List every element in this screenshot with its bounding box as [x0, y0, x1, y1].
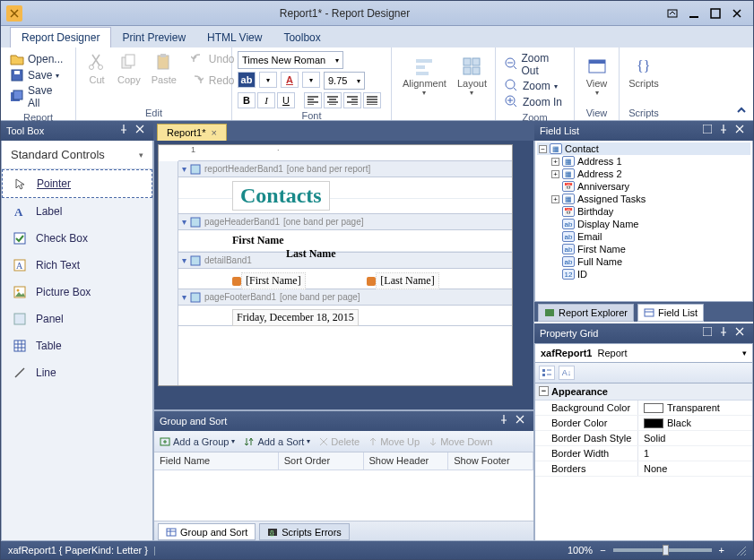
- tab-report-designer[interactable]: Report Designer: [10, 27, 111, 47]
- align-justify-button[interactable]: [363, 92, 381, 108]
- collapse-icon[interactable]: ▾: [182, 164, 186, 174]
- zoom-in-button[interactable]: Zoom In: [501, 94, 568, 110]
- tab-scripts-errors[interactable]: {}Scripts Errors: [259, 523, 350, 540]
- pg-pin-icon[interactable]: [719, 327, 732, 340]
- prop-border-dash-style[interactable]: Border Dash StyleSolid: [535, 431, 752, 446]
- tab-field-list[interactable]: Field List: [637, 304, 704, 322]
- collapse-icon[interactable]: ▾: [182, 255, 186, 265]
- align-left-button[interactable]: [304, 92, 322, 108]
- font-color-button[interactable]: A: [281, 72, 299, 88]
- prop-background-color[interactable]: Background ColorTransparent: [535, 401, 752, 416]
- close-button[interactable]: [727, 5, 747, 22]
- ribbon-collapse-icon[interactable]: [735, 104, 748, 116]
- prop-border-width[interactable]: Border Width1: [535, 446, 752, 461]
- maximize-button[interactable]: [706, 5, 725, 22]
- highlight-color-dropdown[interactable]: ▾: [259, 72, 277, 88]
- tool-table[interactable]: Table: [2, 332, 152, 359]
- tool-line[interactable]: Line: [2, 359, 152, 386]
- prop-value[interactable]: 1: [638, 446, 752, 461]
- prop-value[interactable]: Black: [638, 416, 752, 430]
- align-center-button[interactable]: [324, 92, 342, 108]
- prop-border-color[interactable]: Border ColorBlack: [535, 416, 752, 431]
- gs-pin-icon[interactable]: [499, 415, 512, 427]
- gs-col-order[interactable]: Sort Order: [279, 452, 364, 470]
- field-display-name[interactable]: abDisplay Name: [537, 218, 750, 230]
- col-firstname[interactable]: First Name: [232, 234, 358, 247]
- zoom-out-button[interactable]: Zoom Out: [501, 51, 568, 78]
- zoom-plus-icon[interactable]: +: [719, 545, 724, 556]
- add-group-button[interactable]: Add a Group ▾: [160, 436, 235, 447]
- fl-pin-icon[interactable]: [719, 125, 732, 137]
- save-all-button[interactable]: Save All: [6, 83, 70, 110]
- col-lastname[interactable]: Last Name: [286, 247, 412, 261]
- add-sort-button[interactable]: Add a Sort ▾: [244, 436, 310, 447]
- expander-icon[interactable]: +: [551, 195, 559, 203]
- copy-button[interactable]: Copy: [112, 51, 146, 89]
- gs-col-header[interactable]: Show Header: [364, 452, 449, 470]
- field-id[interactable]: 12ID: [537, 268, 750, 280]
- minimize-button[interactable]: [684, 5, 704, 22]
- tool-label[interactable]: ALabel: [2, 198, 152, 225]
- tab-print-preview[interactable]: Print Preview: [111, 28, 196, 47]
- gs-col-footer[interactable]: Show Footer: [448, 452, 533, 470]
- zoom-thumb[interactable]: [663, 545, 669, 556]
- field-assigned-tasks[interactable]: +▦Assigned Tasks: [537, 193, 750, 205]
- alignment-button[interactable]: Alignment▾: [397, 55, 452, 99]
- prop-value[interactable]: None: [638, 461, 752, 476]
- tab-toolbox[interactable]: Toolbox: [273, 28, 331, 47]
- pg-window-icon[interactable]: [703, 327, 715, 340]
- align-right-button[interactable]: [343, 92, 361, 108]
- field-full-name[interactable]: abFull Name: [537, 255, 750, 268]
- layout-button[interactable]: Layout▾: [452, 55, 492, 99]
- resize-grip-icon[interactable]: [735, 545, 746, 556]
- toolbox-pin-icon[interactable]: [119, 125, 132, 137]
- font-color-dropdown[interactable]: ▾: [302, 72, 320, 88]
- zoom-minus-icon[interactable]: −: [600, 545, 605, 556]
- fl-window-icon[interactable]: [703, 125, 715, 137]
- prop-category[interactable]: Appearance: [535, 383, 752, 401]
- view-button[interactable]: View▾: [580, 55, 613, 99]
- tab-close-icon[interactable]: ×: [211, 127, 216, 138]
- move-up-button[interactable]: Move Up: [368, 436, 420, 447]
- gs-close-icon[interactable]: [516, 415, 528, 427]
- zoom-button[interactable]: Zoom ▾: [501, 78, 568, 94]
- field-anniversary[interactable]: 📅Anniversary: [537, 180, 750, 193]
- field-address-1[interactable]: +▦Address 1: [537, 155, 750, 168]
- underline-button[interactable]: U: [277, 92, 295, 108]
- tool-richtext[interactable]: ARich Text: [2, 252, 152, 279]
- expander-icon[interactable]: +: [551, 170, 559, 178]
- tab-group-sort[interactable]: Group and Sort: [158, 523, 256, 540]
- tool-picture[interactable]: Picture Box: [2, 279, 152, 306]
- paste-button[interactable]: Paste: [146, 51, 182, 89]
- bold-button[interactable]: B: [238, 92, 256, 108]
- design-canvas[interactable]: 1· ▾reportHeaderBand1 [one band per repo…: [158, 144, 513, 386]
- undo-button[interactable]: Undo: [187, 51, 238, 67]
- categorized-button[interactable]: [539, 366, 555, 380]
- scripts-button[interactable]: {}Scripts: [625, 55, 663, 90]
- redo-button[interactable]: Redo: [187, 73, 238, 89]
- alphabetical-button[interactable]: A↓: [559, 366, 575, 380]
- move-down-button[interactable]: Move Down: [429, 436, 492, 447]
- expander-icon[interactable]: −: [539, 145, 547, 153]
- prop-borders[interactable]: BordersNone: [535, 461, 752, 477]
- chevron-down-icon[interactable]: ▾: [742, 349, 747, 358]
- gs-col-field[interactable]: Field Name: [154, 452, 279, 470]
- report-title-label[interactable]: Contacts: [232, 181, 330, 211]
- tool-pointer[interactable]: Pointer: [2, 169, 152, 198]
- tree-root[interactable]: − ▦ Contact: [537, 142, 750, 155]
- pg-close-icon[interactable]: [735, 327, 748, 340]
- expander-icon[interactable]: +: [551, 158, 559, 166]
- collapse-icon[interactable]: ▾: [182, 217, 186, 227]
- tab-report-explorer[interactable]: Report Explorer: [538, 304, 634, 322]
- highlight-color-button[interactable]: ab: [238, 72, 256, 88]
- delete-button[interactable]: Delete: [319, 436, 360, 447]
- fl-close-icon[interactable]: [735, 125, 748, 137]
- date-label[interactable]: Friday, December 18, 2015: [232, 309, 359, 326]
- band-header-page[interactable]: ▾pageHeaderBand1 [one band per page]: [178, 214, 512, 230]
- tab-html-view[interactable]: HTML View: [196, 28, 273, 47]
- font-family-select[interactable]: Times New Roman▾: [238, 51, 343, 69]
- open-button[interactable]: Open...: [6, 51, 70, 67]
- collapse-icon[interactable]: ▾: [182, 292, 186, 302]
- tool-panel[interactable]: Panel: [2, 306, 152, 332]
- band-header-report[interactable]: ▾reportHeaderBand1 [one band per report]: [178, 161, 512, 177]
